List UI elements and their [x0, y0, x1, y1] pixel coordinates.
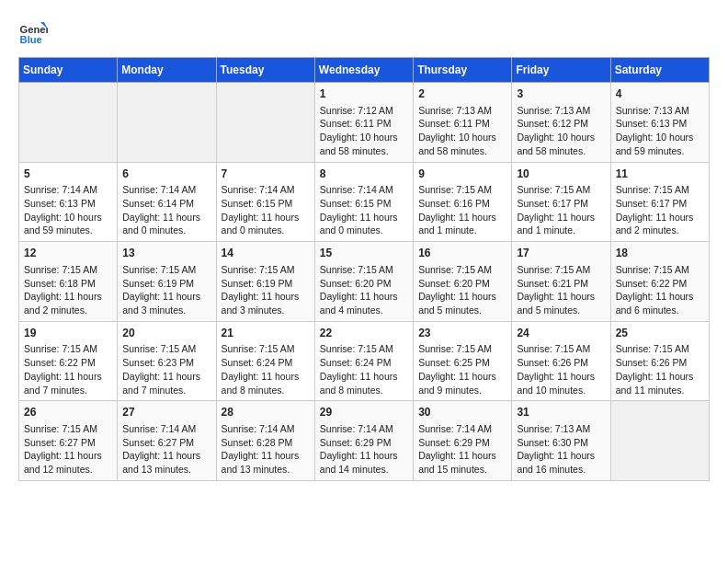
- calendar-cell: 10Sunrise: 7:15 AM Sunset: 6:17 PM Dayli…: [512, 162, 610, 242]
- day-info: Sunrise: 7:15 AM Sunset: 6:19 PM Dayligh…: [222, 263, 310, 317]
- calendar-cell: 23Sunrise: 7:15 AM Sunset: 6:25 PM Dayli…: [414, 321, 512, 401]
- day-info: Sunrise: 7:14 AM Sunset: 6:29 PM Dayligh…: [320, 422, 408, 477]
- day-info: Sunrise: 7:14 AM Sunset: 6:29 PM Dayligh…: [418, 422, 506, 477]
- day-info: Sunrise: 7:14 AM Sunset: 6:27 PM Dayligh…: [122, 422, 210, 477]
- day-info: Sunrise: 7:13 AM Sunset: 6:13 PM Dayligh…: [616, 104, 704, 158]
- day-info: Sunrise: 7:14 AM Sunset: 6:13 PM Dayligh…: [24, 183, 112, 237]
- day-info: Sunrise: 7:15 AM Sunset: 6:24 PM Dayligh…: [222, 342, 310, 396]
- day-number: 4: [616, 86, 704, 102]
- day-info: Sunrise: 7:15 AM Sunset: 6:26 PM Dayligh…: [517, 342, 605, 396]
- calendar-cell: 17Sunrise: 7:15 AM Sunset: 6:21 PM Dayli…: [512, 242, 610, 322]
- day-info: Sunrise: 7:14 AM Sunset: 6:28 PM Dayligh…: [222, 422, 310, 477]
- day-number: 28: [222, 405, 310, 420]
- day-number: 12: [24, 246, 112, 261]
- calendar-cell: 18Sunrise: 7:15 AM Sunset: 6:22 PM Dayli…: [610, 242, 709, 322]
- calendar-week-3: 12Sunrise: 7:15 AM Sunset: 6:18 PM Dayli…: [19, 242, 710, 322]
- day-number: 2: [418, 86, 506, 102]
- weekday-header-thursday: Thursday: [414, 58, 512, 83]
- calendar-cell: 15Sunrise: 7:15 AM Sunset: 6:20 PM Dayli…: [314, 242, 413, 322]
- day-number: 17: [517, 246, 605, 261]
- calendar-week-5: 26Sunrise: 7:15 AM Sunset: 6:27 PM Dayli…: [19, 401, 710, 481]
- day-info: Sunrise: 7:15 AM Sunset: 6:17 PM Dayligh…: [616, 183, 704, 237]
- calendar-header: SundayMondayTuesdayWednesdayThursdayFrid…: [19, 58, 710, 83]
- calendar-cell: 28Sunrise: 7:14 AM Sunset: 6:28 PM Dayli…: [216, 401, 314, 481]
- day-number: 13: [122, 246, 210, 261]
- day-info: Sunrise: 7:13 AM Sunset: 6:12 PM Dayligh…: [517, 104, 605, 158]
- calendar-cell: 4Sunrise: 7:13 AM Sunset: 6:13 PM Daylig…: [610, 83, 709, 163]
- day-number: 24: [517, 326, 605, 341]
- day-info: Sunrise: 7:15 AM Sunset: 6:20 PM Dayligh…: [320, 263, 408, 317]
- calendar-cell: 8Sunrise: 7:14 AM Sunset: 6:15 PM Daylig…: [314, 162, 413, 242]
- day-number: 19: [24, 326, 112, 341]
- day-info: Sunrise: 7:14 AM Sunset: 6:15 PM Dayligh…: [222, 183, 310, 237]
- calendar-cell: 19Sunrise: 7:15 AM Sunset: 6:22 PM Dayli…: [19, 321, 118, 401]
- day-number: 26: [24, 405, 112, 420]
- day-info: Sunrise: 7:15 AM Sunset: 6:16 PM Dayligh…: [418, 183, 506, 237]
- calendar-week-1: 1Sunrise: 7:12 AM Sunset: 6:11 PM Daylig…: [19, 83, 710, 163]
- calendar-cell: [19, 83, 118, 163]
- calendar-cell: 7Sunrise: 7:14 AM Sunset: 6:15 PM Daylig…: [216, 162, 314, 242]
- calendar-week-2: 5Sunrise: 7:14 AM Sunset: 6:13 PM Daylig…: [19, 162, 710, 242]
- calendar-cell: 25Sunrise: 7:15 AM Sunset: 6:26 PM Dayli…: [610, 321, 709, 401]
- calendar-week-4: 19Sunrise: 7:15 AM Sunset: 6:22 PM Dayli…: [19, 321, 710, 401]
- calendar-cell: 16Sunrise: 7:15 AM Sunset: 6:20 PM Dayli…: [414, 242, 512, 322]
- calendar-cell: 30Sunrise: 7:14 AM Sunset: 6:29 PM Dayli…: [414, 401, 512, 481]
- weekday-header-row: SundayMondayTuesdayWednesdayThursdayFrid…: [19, 58, 710, 83]
- day-number: 7: [222, 167, 310, 182]
- calendar-cell: 27Sunrise: 7:14 AM Sunset: 6:27 PM Dayli…: [118, 401, 216, 481]
- day-info: Sunrise: 7:15 AM Sunset: 6:23 PM Dayligh…: [122, 342, 210, 396]
- day-info: Sunrise: 7:13 AM Sunset: 6:11 PM Dayligh…: [418, 104, 506, 158]
- day-info: Sunrise: 7:15 AM Sunset: 6:26 PM Dayligh…: [616, 342, 704, 396]
- day-number: 25: [616, 326, 704, 341]
- day-number: 21: [222, 326, 310, 341]
- calendar-cell: [216, 83, 314, 163]
- day-info: Sunrise: 7:15 AM Sunset: 6:21 PM Dayligh…: [517, 263, 605, 317]
- calendar-cell: 3Sunrise: 7:13 AM Sunset: 6:12 PM Daylig…: [512, 83, 610, 163]
- weekday-header-saturday: Saturday: [610, 58, 709, 83]
- page-header: General Blue: [18, 18, 710, 48]
- day-number: 9: [418, 167, 506, 182]
- calendar-cell: 24Sunrise: 7:15 AM Sunset: 6:26 PM Dayli…: [512, 321, 610, 401]
- calendar-table: SundayMondayTuesdayWednesdayThursdayFrid…: [18, 57, 710, 481]
- day-number: 29: [320, 405, 408, 420]
- day-info: Sunrise: 7:15 AM Sunset: 6:27 PM Dayligh…: [24, 422, 112, 477]
- calendar-cell: 1Sunrise: 7:12 AM Sunset: 6:11 PM Daylig…: [314, 83, 413, 163]
- day-info: Sunrise: 7:15 AM Sunset: 6:17 PM Dayligh…: [517, 183, 605, 237]
- day-info: Sunrise: 7:14 AM Sunset: 6:14 PM Dayligh…: [122, 183, 210, 237]
- day-info: Sunrise: 7:15 AM Sunset: 6:22 PM Dayligh…: [616, 263, 704, 317]
- day-info: Sunrise: 7:15 AM Sunset: 6:24 PM Dayligh…: [320, 342, 408, 396]
- day-number: 3: [517, 86, 605, 102]
- day-number: 23: [418, 326, 506, 341]
- day-number: 8: [320, 167, 408, 182]
- day-info: Sunrise: 7:15 AM Sunset: 6:18 PM Dayligh…: [24, 263, 112, 317]
- calendar-cell: 22Sunrise: 7:15 AM Sunset: 6:24 PM Dayli…: [314, 321, 413, 401]
- day-number: 31: [517, 405, 605, 420]
- logo-icon: General Blue: [18, 18, 48, 48]
- day-number: 20: [122, 326, 210, 341]
- weekday-header-friday: Friday: [512, 58, 610, 83]
- weekday-header-monday: Monday: [118, 58, 216, 83]
- day-info: Sunrise: 7:15 AM Sunset: 6:19 PM Dayligh…: [122, 263, 210, 317]
- weekday-header-tuesday: Tuesday: [216, 58, 314, 83]
- calendar-cell: [610, 401, 709, 481]
- day-info: Sunrise: 7:14 AM Sunset: 6:15 PM Dayligh…: [320, 183, 408, 237]
- day-number: 15: [320, 246, 408, 261]
- day-info: Sunrise: 7:15 AM Sunset: 6:20 PM Dayligh…: [418, 263, 506, 317]
- day-info: Sunrise: 7:15 AM Sunset: 6:22 PM Dayligh…: [24, 342, 112, 396]
- calendar-cell: 6Sunrise: 7:14 AM Sunset: 6:14 PM Daylig…: [118, 162, 216, 242]
- calendar-body: 1Sunrise: 7:12 AM Sunset: 6:11 PM Daylig…: [19, 83, 710, 481]
- day-number: 27: [122, 405, 210, 420]
- weekday-header-wednesday: Wednesday: [314, 58, 413, 83]
- day-number: 18: [616, 246, 704, 261]
- day-number: 30: [418, 405, 506, 420]
- logo: General Blue: [18, 18, 51, 48]
- calendar-cell: 2Sunrise: 7:13 AM Sunset: 6:11 PM Daylig…: [414, 83, 512, 163]
- calendar-cell: 5Sunrise: 7:14 AM Sunset: 6:13 PM Daylig…: [19, 162, 118, 242]
- calendar-cell: 31Sunrise: 7:13 AM Sunset: 6:30 PM Dayli…: [512, 401, 610, 481]
- calendar-cell: 29Sunrise: 7:14 AM Sunset: 6:29 PM Dayli…: [314, 401, 413, 481]
- day-number: 16: [418, 246, 506, 261]
- day-info: Sunrise: 7:12 AM Sunset: 6:11 PM Dayligh…: [320, 104, 408, 158]
- calendar-cell: 12Sunrise: 7:15 AM Sunset: 6:18 PM Dayli…: [19, 242, 118, 322]
- calendar-cell: [118, 83, 216, 163]
- day-number: 5: [24, 167, 112, 182]
